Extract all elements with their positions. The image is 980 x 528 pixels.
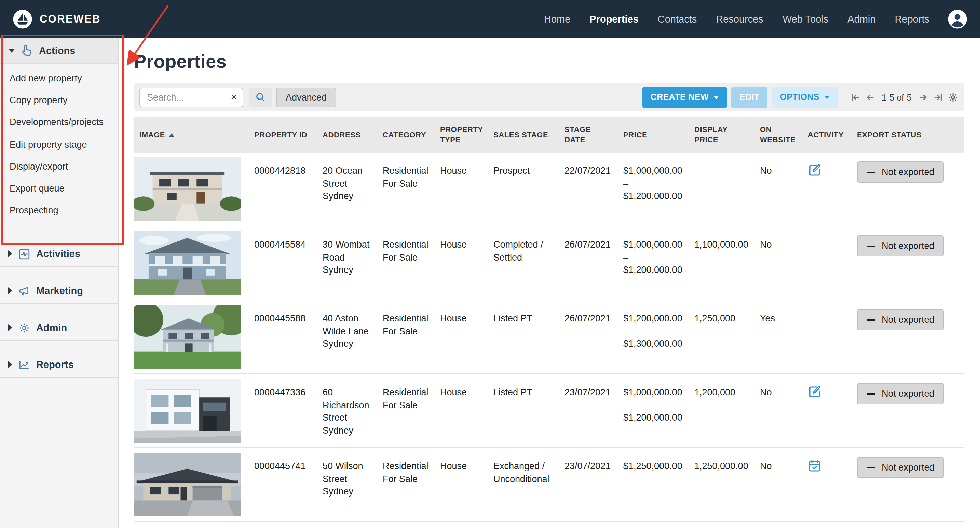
export-status-button[interactable]: Not exported [857,161,944,183]
table-row[interactable]: 0000445584 30 Wombat Road Sydney Residen… [134,226,964,300]
table-row[interactable]: 0000442818 20 Ocean Street Sydney Reside… [134,153,964,226]
sidebar-section-label: Activities [36,249,80,260]
first-page-button[interactable] [850,92,861,102]
display-price: 1,250,000 [689,300,754,374]
chevron-right-icon [8,287,12,294]
table-row[interactable]: 0000445588 40 Aston Wilde Lane Sydney Re… [134,300,964,374]
column-header-address[interactable]: ADDRESS [317,117,377,153]
sidebar-item-add-new-property[interactable]: Add new property [0,68,118,89]
column-header-category[interactable]: CATEGORY [377,117,434,153]
minus-icon [867,245,875,247]
price: $1,000,000.00 – $1,200,000.00 [618,374,689,448]
chart-icon [19,359,30,371]
column-header-price[interactable]: PRICE [618,117,689,153]
column-header-export-status[interactable]: EXPORT STATUS [851,117,964,153]
search-button[interactable] [249,87,272,107]
sidebar-item-developments-projects[interactable]: Developments/projects [0,112,118,134]
property-photo[interactable] [134,157,240,221]
property-id: 0000447336 [249,374,317,448]
last-page-button[interactable] [933,92,943,102]
property-photo[interactable] [134,305,240,368]
sidebar-header-actions[interactable]: Actions [0,38,118,64]
table-settings-button[interactable] [948,92,958,102]
address: 60 Richardson Street Sydney [317,374,377,448]
nav-resources[interactable]: Resources [716,13,764,24]
address: 50 Wilson Street Sydney [317,448,377,522]
chevron-right-icon [8,325,12,331]
column-header-property-type[interactable]: PROPERTY TYPE [434,117,488,153]
prev-page-button[interactable] [865,92,875,102]
sidebar-item-export-queue[interactable]: Export queue [0,178,118,200]
nav-properties[interactable]: Properties [589,13,638,24]
options-button[interactable]: OPTIONS [772,86,838,108]
sidebar-item-copy-property[interactable]: Copy property [0,89,118,112]
edit-activity-icon[interactable] [808,163,821,177]
sidebar-item-display-export[interactable]: Display/export [0,156,118,178]
calendar-check-icon[interactable] [808,459,821,472]
column-header-property-id[interactable]: PROPERTY ID [249,117,317,153]
export-status-cell: Not exported [851,300,964,374]
sidebar-header-marketing[interactable]: Marketing [0,278,118,304]
sidebar-section-actions: Actions Add new property Copy property D… [0,38,118,230]
table-row[interactable]: 0000447336 60 Richardson Street Sydney R… [134,374,964,448]
app-root: COREWEB Home Properties Contacts Resourc… [0,0,980,528]
activity-cell [802,300,851,374]
nav-home[interactable]: Home [544,13,570,24]
activity-icon [19,248,30,260]
clear-search-button[interactable]: × [228,92,237,102]
export-status-button[interactable]: Not exported [857,383,944,404]
property-id: 0000445584 [249,226,317,300]
property-type: House [434,300,488,374]
stage-date: 26/07/2021 [559,300,618,374]
user-avatar[interactable] [947,8,968,29]
advanced-search-button[interactable]: Advanced [276,87,336,107]
next-page-button[interactable] [918,92,928,102]
prev-page-icon [865,92,875,102]
stage-date: 26/07/2021 [559,226,618,300]
gear-icon [19,322,30,334]
sidebar-item-prospecting[interactable]: Prospecting [0,200,118,222]
table-row[interactable]: 0000445741 50 Wilson Street Sydney Resid… [134,448,964,522]
property-photo[interactable] [134,231,240,295]
sidebar-header-reports[interactable]: Reports [0,352,118,378]
sidebar-header-admin[interactable]: Admin [0,315,118,341]
column-header-on-website[interactable]: ON WEBSITE [754,117,802,153]
sidebar-section-label: Admin [36,322,67,333]
coreweb-logo[interactable]: COREWEB [12,8,101,29]
property-photo[interactable] [134,379,240,442]
edit-activity-icon[interactable] [808,385,821,399]
on-website: No [754,448,802,522]
chevron-right-icon [8,362,12,368]
create-new-button[interactable]: CREATE NEW [643,86,727,108]
nav-admin[interactable]: Admin [848,13,875,24]
column-header-image[interactable]: IMAGE [134,117,249,153]
property-id: 0000442818 [249,153,317,226]
sidebar-header-activities[interactable]: Activities [0,241,118,267]
export-status-button[interactable]: Not exported [857,235,944,257]
sidebar-section-admin: Admin [0,315,118,341]
column-header-activity[interactable]: ACTIVITY [802,117,851,153]
search-input[interactable] [146,91,228,103]
nav-reports[interactable]: Reports [894,13,929,24]
sales-stage: Completed / Settled [488,226,559,300]
nav-contacts[interactable]: Contacts [658,13,697,24]
sailboat-logo-icon [12,8,33,29]
export-status-button[interactable]: Not exported [857,309,944,330]
property-photo[interactable] [134,453,240,516]
column-header-stage-date[interactable]: STAGE DATE [559,117,618,153]
category: Residential For Sale [377,448,434,522]
chevron-down-icon [824,96,830,99]
chevron-down-icon [8,48,15,52]
column-header-display-price[interactable]: DISPLAY PRICE [689,117,754,153]
column-header-sales-stage[interactable]: SALES STAGE [488,117,559,153]
address: 40 Aston Wilde Lane Sydney [317,300,377,374]
nav-web-tools[interactable]: Web Tools [783,13,828,24]
property-type: House [434,226,488,300]
sidebar-item-edit-property-stage[interactable]: Edit property stage [0,134,118,156]
display-price [689,153,754,226]
on-website: No [754,153,802,226]
export-status-cell: Not exported [851,153,964,226]
export-status-button[interactable]: Not exported [857,457,944,478]
top-nav: COREWEB Home Properties Contacts Resourc… [0,0,980,38]
edit-button[interactable]: EDIT [731,86,768,108]
